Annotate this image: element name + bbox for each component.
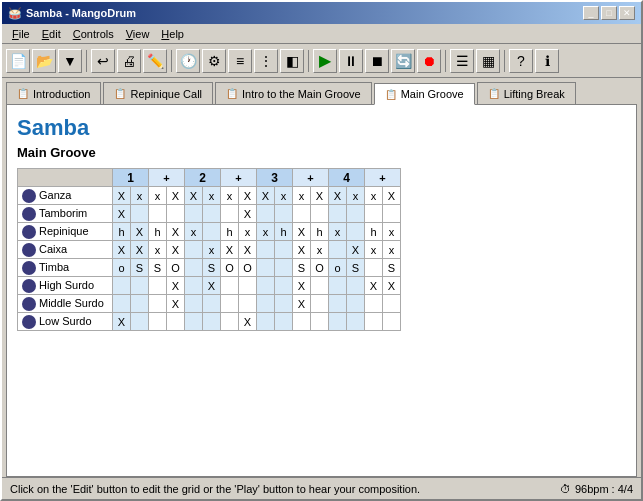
cell[interactable]	[311, 313, 329, 331]
cell[interactable]	[257, 277, 275, 295]
cell[interactable]: x	[383, 223, 401, 241]
cell[interactable]: h	[311, 223, 329, 241]
cell[interactable]: S	[203, 259, 221, 277]
cell[interactable]	[131, 277, 149, 295]
info-button[interactable]: ℹ	[535, 49, 559, 73]
tab-introduction[interactable]: 📋 Introduction	[6, 82, 101, 104]
cell[interactable]: O	[167, 259, 185, 277]
cell[interactable]	[329, 277, 347, 295]
cell[interactable]: X	[185, 187, 203, 205]
cell[interactable]: X	[293, 295, 311, 313]
tab-intro-main-groove[interactable]: 📋 Intro to the Main Groove	[215, 82, 372, 104]
cell[interactable]: X	[221, 241, 239, 259]
cell[interactable]	[311, 277, 329, 295]
tab-lifting-break[interactable]: 📋 Lifting Break	[477, 82, 576, 104]
cell[interactable]	[131, 313, 149, 331]
cell[interactable]: X	[383, 277, 401, 295]
cell[interactable]	[347, 295, 365, 313]
tab-main-groove[interactable]: 📋 Main Groove	[374, 83, 475, 105]
cell[interactable]	[203, 205, 221, 223]
cell[interactable]: X	[347, 241, 365, 259]
cell[interactable]	[329, 295, 347, 313]
cell[interactable]	[149, 205, 167, 223]
cell[interactable]	[275, 277, 293, 295]
cell[interactable]	[275, 259, 293, 277]
cell[interactable]: O	[221, 259, 239, 277]
cell[interactable]	[329, 205, 347, 223]
cell[interactable]	[257, 241, 275, 259]
cell[interactable]	[221, 295, 239, 313]
cell[interactable]: x	[185, 223, 203, 241]
cell[interactable]: O	[311, 259, 329, 277]
cell[interactable]: x	[365, 187, 383, 205]
cell[interactable]	[275, 295, 293, 313]
cell[interactable]	[347, 223, 365, 241]
dropdown-button[interactable]: ▼	[58, 49, 82, 73]
cell[interactable]: X	[257, 187, 275, 205]
cell[interactable]	[185, 241, 203, 259]
cell[interactable]: X	[293, 277, 311, 295]
cell[interactable]: X	[131, 223, 149, 241]
cell[interactable]: X	[239, 241, 257, 259]
cell[interactable]: X	[167, 295, 185, 313]
cell[interactable]: X	[293, 223, 311, 241]
cell[interactable]: S	[149, 259, 167, 277]
cell[interactable]: x	[365, 241, 383, 259]
menu-help[interactable]: Help	[155, 26, 190, 42]
cell[interactable]: x	[221, 187, 239, 205]
cell[interactable]: X	[383, 187, 401, 205]
cell[interactable]	[257, 259, 275, 277]
cell[interactable]	[185, 295, 203, 313]
cell[interactable]: x	[239, 223, 257, 241]
cell[interactable]: x	[203, 241, 221, 259]
cell[interactable]: x	[293, 187, 311, 205]
menu-view[interactable]: View	[120, 26, 156, 42]
cell[interactable]: X	[131, 241, 149, 259]
menu-edit[interactable]: Edit	[36, 26, 67, 42]
cell[interactable]: x	[131, 187, 149, 205]
open-button[interactable]: 📂	[32, 49, 56, 73]
cell[interactable]: X	[311, 187, 329, 205]
cell[interactable]	[347, 313, 365, 331]
cell[interactable]	[185, 313, 203, 331]
cell[interactable]: X	[203, 277, 221, 295]
cell[interactable]: h	[365, 223, 383, 241]
cell[interactable]: h	[275, 223, 293, 241]
cell[interactable]	[275, 313, 293, 331]
cell[interactable]	[311, 205, 329, 223]
cell[interactable]	[149, 277, 167, 295]
loop-button[interactable]: 🔄	[391, 49, 415, 73]
clock-button[interactable]: 🕐	[176, 49, 200, 73]
menu-file[interactable]: File	[6, 26, 36, 42]
cell[interactable]	[257, 205, 275, 223]
cell[interactable]	[365, 313, 383, 331]
bars-button[interactable]: ≡	[228, 49, 252, 73]
cell[interactable]: o	[329, 259, 347, 277]
grid-button[interactable]: ▦	[476, 49, 500, 73]
tab-repinique-call[interactable]: 📋 Repinique Call	[103, 82, 213, 104]
cell[interactable]: S	[347, 259, 365, 277]
cell[interactable]	[347, 205, 365, 223]
print-button[interactable]: 🖨	[117, 49, 141, 73]
cell[interactable]	[203, 223, 221, 241]
cell[interactable]	[239, 277, 257, 295]
cell[interactable]	[311, 295, 329, 313]
cell[interactable]: X	[167, 241, 185, 259]
cell[interactable]	[167, 313, 185, 331]
cell[interactable]	[293, 313, 311, 331]
cell[interactable]: x	[311, 241, 329, 259]
cell[interactable]	[365, 205, 383, 223]
menu-controls[interactable]: Controls	[67, 26, 120, 42]
cell[interactable]: X	[113, 241, 131, 259]
cell[interactable]: X	[239, 187, 257, 205]
cell[interactable]	[149, 313, 167, 331]
cell[interactable]: x	[257, 223, 275, 241]
stop-button[interactable]: ⏹	[365, 49, 389, 73]
cell[interactable]: h	[221, 223, 239, 241]
cell[interactable]	[221, 313, 239, 331]
cell[interactable]: x	[149, 241, 167, 259]
cell[interactable]	[221, 277, 239, 295]
record-button[interactable]: ⏺	[417, 49, 441, 73]
cell[interactable]: o	[113, 259, 131, 277]
cell[interactable]	[113, 277, 131, 295]
